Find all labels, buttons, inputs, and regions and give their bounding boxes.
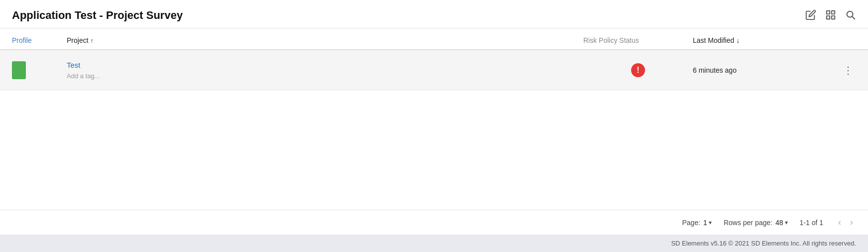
rows-per-page-value: 48 <box>775 219 783 227</box>
svg-rect-3 <box>827 15 830 18</box>
add-tag-label[interactable]: Add a tag... <box>67 72 583 80</box>
column-headers: Profile Project ↑ Risk Policy Status Las… <box>0 28 868 50</box>
rows-per-page-selector: Rows per page: 48 ▾ <box>724 219 788 227</box>
cell-actions: ⋮ <box>832 62 856 78</box>
footer: SD Elements v5.16 © 2021 SD Elements Inc… <box>0 235 868 252</box>
svg-rect-2 <box>832 15 835 18</box>
page-title: Application Test - Project Survey <box>12 9 183 22</box>
col-header-project[interactable]: Project ↑ <box>67 36 583 44</box>
svg-line-5 <box>852 16 855 19</box>
col-header-profile: Profile <box>12 36 67 44</box>
page-value: 1 <box>703 219 707 227</box>
svg-rect-1 <box>832 10 835 13</box>
cell-project: Test Add a tag... <box>67 61 583 80</box>
project-sort-icon: ↑ <box>91 37 94 44</box>
rows-per-page-dropdown[interactable]: 48 ▾ <box>775 219 788 227</box>
footer-text: SD Elements v5.16 © 2021 SD Elements Inc… <box>671 240 856 247</box>
prev-page-button[interactable]: ‹ <box>835 216 844 229</box>
row-actions-button[interactable]: ⋮ <box>840 62 856 78</box>
pagination-range: 1-1 of 1 <box>800 219 823 227</box>
header-icons <box>805 9 856 22</box>
profile-color-icon <box>12 61 26 79</box>
last-modified-sort-icon: ↓ <box>736 36 740 44</box>
table-body: Test Add a tag... ! 6 minutes ago ⋮ <box>0 50 868 210</box>
rows-per-page-label: Rows per page: <box>724 219 772 227</box>
pagination-nav: ‹ › <box>835 216 856 229</box>
project-name-link[interactable]: Test <box>67 61 583 69</box>
cell-profile <box>12 61 67 79</box>
pagination-bar: Page: 1 ▾ Rows per page: 48 ▾ 1-1 of 1 ‹… <box>0 210 868 235</box>
rows-dropdown-arrow: ▾ <box>785 219 788 226</box>
table-row: Test Add a tag... ! 6 minutes ago ⋮ <box>0 50 868 90</box>
risk-status-icon: ! <box>631 63 645 77</box>
structure-icon[interactable] <box>825 9 836 22</box>
header: Application Test - Project Survey <box>0 0 868 28</box>
app-container: Application Test - Project Survey <box>0 0 868 252</box>
col-header-risk-policy: Risk Policy Status <box>583 36 693 44</box>
cell-risk-policy: ! <box>583 63 693 77</box>
page-dropdown-arrow: ▾ <box>709 219 712 226</box>
page-label: Page: <box>682 219 700 227</box>
page-dropdown[interactable]: 1 ▾ <box>703 219 712 227</box>
cell-last-modified: 6 minutes ago <box>693 66 832 74</box>
search-icon[interactable] <box>845 9 856 22</box>
next-page-button[interactable]: › <box>847 216 856 229</box>
svg-rect-0 <box>827 10 830 13</box>
edit-icon[interactable] <box>805 9 816 22</box>
col-header-last-modified[interactable]: Last Modified ↓ <box>693 36 832 44</box>
page-selector: Page: 1 ▾ <box>682 219 711 227</box>
